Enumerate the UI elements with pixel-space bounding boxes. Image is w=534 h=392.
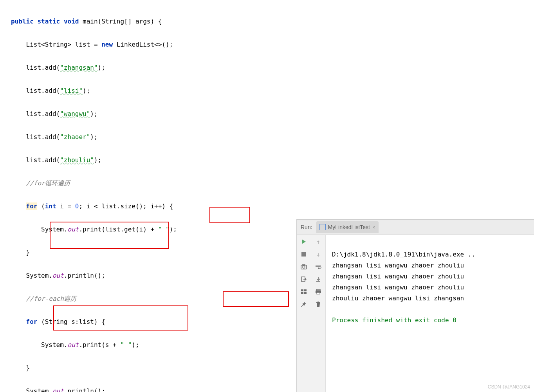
keyword-int: int <box>45 202 56 210</box>
code-line: for (int i = 0; i < list.size(); i++) { <box>11 201 305 212</box>
code-line: public static void main(String[] args) { <box>11 16 305 27</box>
console-output[interactable]: D:\jdk1.8\jdk1.8.0_191\bin\java.exe .. z… <box>326 235 534 392</box>
svg-rect-11 <box>317 293 320 294</box>
code-line: list.add("zhangsan"); <box>11 62 305 74</box>
exit-line: Process finished with exit code 0 <box>332 316 456 324</box>
field-out: out <box>68 226 79 233</box>
output-line: D:\jdk1.8\jdk1.8.0_191\bin\java.exe .. <box>332 251 475 258</box>
code-line: List<String> list = new LinkedList<>(); <box>11 39 305 51</box>
keyword-static: static <box>37 18 60 25</box>
run-toolbar-left <box>297 235 311 392</box>
comment: //for循环遍历 <box>11 179 70 187</box>
run-body: ↑ ↓ D:\jdk1.8\jdk1.8.0_191\bin\java.exe … <box>297 235 534 392</box>
stop-icon[interactable] <box>300 251 307 258</box>
code-line: System.out.print(s + " "); <box>11 339 305 351</box>
svg-rect-7 <box>301 292 303 294</box>
svg-rect-5 <box>301 289 303 291</box>
application-icon <box>319 224 326 230</box>
run-header: Run: MyLinkedListTest × <box>297 220 534 235</box>
code-line: for (String s:list) { <box>11 316 305 328</box>
string-literal: " " <box>158 226 170 233</box>
arrow-down-icon[interactable]: ↓ <box>315 251 322 258</box>
keyword-void: void <box>64 18 79 25</box>
keyword-for: for <box>26 318 38 325</box>
svg-rect-9 <box>316 289 320 291</box>
string-literal: "lisi" <box>60 87 83 94</box>
code-line: System.out.print(list.get(i) + " "); <box>11 224 305 235</box>
exit-icon[interactable] <box>300 276 307 283</box>
pin-icon[interactable] <box>300 301 307 308</box>
svg-point-2 <box>303 266 305 268</box>
code-line: } <box>11 362 305 374</box>
code-line: //for循环遍历 <box>11 177 305 189</box>
string-literal: "zhouliu" <box>60 156 94 164</box>
output-line: zhangsan lisi wangwu zhaoer zhouliu <box>332 273 464 280</box>
arrow-up-icon[interactable]: ↑ <box>315 238 322 245</box>
svg-rect-12 <box>316 302 320 303</box>
layout-icon[interactable] <box>300 288 307 295</box>
field-out: out <box>52 387 64 392</box>
number-literal: 0 <box>75 202 79 210</box>
code-line: //for-each遍历 <box>11 293 305 305</box>
run-tool-window: Run: MyLinkedListTest × <box>296 219 534 392</box>
output-line: zhouliu zhaoer wangwu lisi zhangsan <box>332 294 464 302</box>
code-line: System.out.println(); <box>11 270 305 282</box>
close-icon[interactable]: × <box>372 224 375 230</box>
watermark: CSDN @JANG1024 <box>488 384 530 390</box>
soft-wrap-icon[interactable] <box>315 263 322 270</box>
code-line: list.add("lisi"); <box>11 85 305 97</box>
field-out: out <box>68 341 79 349</box>
run-label: Run: <box>301 224 312 230</box>
code-line: System.out.println(); <box>11 385 305 392</box>
comment: //for-each遍历 <box>11 295 76 302</box>
string-literal: " " <box>120 341 132 349</box>
code-line: } <box>11 247 305 258</box>
method-sig: main(String[] args) { <box>83 18 162 25</box>
trash-icon[interactable] <box>315 301 322 308</box>
svg-rect-13 <box>318 302 319 302</box>
string-literal: "zhaoer" <box>60 133 90 141</box>
camera-icon[interactable] <box>300 263 307 270</box>
output-line: zhangsan lisi wangwu zhaoer zhouliu <box>332 262 464 269</box>
run-tab[interactable]: MyLinkedListTest × <box>316 221 379 233</box>
run-tab-name: MyLinkedListTest <box>328 224 370 230</box>
scroll-to-end-icon[interactable] <box>315 276 322 283</box>
run-toolbar-inner: ↑ ↓ <box>311 235 326 392</box>
svg-rect-8 <box>304 292 307 294</box>
keyword-public: public <box>11 18 34 25</box>
rerun-icon[interactable] <box>300 238 307 245</box>
code-line: list.add("wangwu"); <box>11 108 305 120</box>
code-editor[interactable]: public static void main(String[] args) {… <box>0 0 305 392</box>
print-icon[interactable] <box>315 288 322 295</box>
code-line: list.add("zhaoer"); <box>11 131 305 143</box>
string-literal: "zhangsan" <box>60 64 97 71</box>
field-out: out <box>52 272 64 279</box>
svg-rect-6 <box>304 289 307 291</box>
svg-marker-0 <box>302 239 306 244</box>
output-line: zhangsan lisi wangwu zhaoer zhouliu <box>332 284 464 291</box>
keyword-new: new <box>101 41 113 48</box>
code-line: list.add("zhouliu"); <box>11 154 305 166</box>
string-literal: "wangwu" <box>60 110 90 117</box>
keyword-for: for <box>26 202 38 210</box>
